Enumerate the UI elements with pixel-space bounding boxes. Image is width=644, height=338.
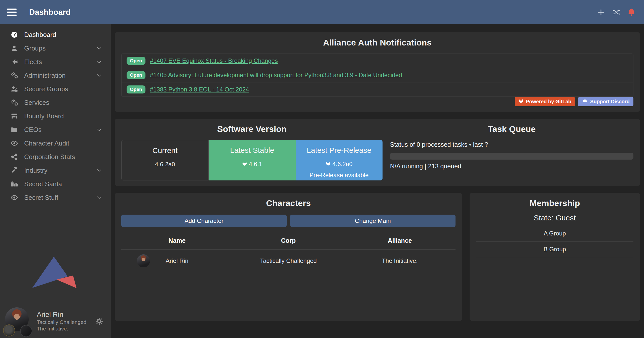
sidebar-item-industry[interactable]: Industry xyxy=(0,164,111,177)
sidebar-item-secret-santa[interactable]: Secret Santa xyxy=(0,177,111,191)
chevron-down-icon xyxy=(96,127,102,133)
list-item: A Group xyxy=(476,226,633,242)
version-number: 4.6.1 xyxy=(249,161,262,168)
character-name: Ariel Rin xyxy=(166,257,188,264)
user-avatar xyxy=(4,306,32,336)
task-queue-status-line: Status of 0 processed tasks • last ? xyxy=(390,141,633,148)
sidebar-item-secret-stuff[interactable]: Secret Stuff xyxy=(0,191,111,204)
sidebar-user-panel: Ariel Rin Tactically Challenged The Init… xyxy=(0,304,111,338)
characters-table: Name Corp Alliance Ariel Rin Tactically … xyxy=(121,232,456,272)
gitlab-icon xyxy=(518,99,523,105)
sidebar-item-label: Bounty Board xyxy=(24,112,64,120)
membership-panel: Membership State: Guest A Group B Group xyxy=(470,193,640,321)
sidebar-item-label: Character Audit xyxy=(24,139,69,147)
chevron-down-icon xyxy=(96,45,102,51)
notifications-list: Open #1407 EVE Equinox Status - Breaking… xyxy=(121,54,633,97)
notification-item: Open #1383 Python 3.8 EOL - 14 Oct 2024 xyxy=(122,82,633,96)
sidebar-item-secure-groups[interactable]: Secure Groups xyxy=(0,82,111,96)
sidebar-item-character-audit[interactable]: Character Audit xyxy=(0,136,111,150)
notification-item: Open #1405 Advisory: Future development … xyxy=(122,68,633,82)
task-queue-title: Task Queue xyxy=(390,124,633,134)
character-alliance: The Initiative. xyxy=(344,250,456,272)
column-header-alliance: Alliance xyxy=(344,232,456,250)
bottom-row: Characters Add Character Change Main Nam… xyxy=(115,193,640,321)
sidebar-item-ceos[interactable]: CEOs xyxy=(0,123,111,136)
sidebar-item-bounty-board[interactable]: Bounty Board xyxy=(0,109,111,123)
folder-icon xyxy=(9,126,20,133)
software-version-title: Software Version xyxy=(121,124,383,134)
sidebar-item-groups[interactable]: Groups xyxy=(0,41,111,55)
store-icon xyxy=(9,112,20,120)
sidebar-item-corporation-stats[interactable]: Corporation Stats xyxy=(0,150,111,164)
chevron-down-icon xyxy=(96,195,102,201)
user-settings-gear-icon[interactable] xyxy=(95,317,103,325)
eye-icon xyxy=(9,194,20,201)
gifts-icon xyxy=(9,180,20,188)
characters-panel: Characters Add Character Change Main Nam… xyxy=(115,193,462,321)
notification-link[interactable]: #1383 Python 3.8 EOL - 14 Oct 2024 xyxy=(150,86,249,93)
corp-logo xyxy=(3,324,15,336)
user-icon xyxy=(9,45,20,52)
support-discord-badge[interactable]: Support Discord xyxy=(578,97,633,106)
version-number: 4.6.2a0 xyxy=(332,161,353,168)
software-taskqueue-panel: Software Version Current 4.6.2a0 Latest … xyxy=(115,119,640,186)
column-header-name: Name xyxy=(121,232,233,250)
characters-buttons: Add Character Change Main xyxy=(121,215,456,227)
sidebar-item-label: CEOs xyxy=(24,126,42,134)
sidebar-item-services[interactable]: Services xyxy=(0,96,111,109)
notifications-panel: Alliance Auth Notifications Open #1407 E… xyxy=(115,32,640,112)
notification-link[interactable]: #1407 EVE Equinox Status - Breaking Chan… xyxy=(150,57,278,64)
chevron-down-icon xyxy=(96,72,102,78)
notifications-bell-icon[interactable] xyxy=(627,8,635,17)
shuffle-icon[interactable] xyxy=(612,8,621,16)
sidebar-item-label: Secret Stuff xyxy=(24,194,58,202)
version-cell-title: Latest Stable xyxy=(209,146,295,155)
sidebar-item-label: Administration xyxy=(24,72,66,79)
version-cell-value: 4.6.2a0 xyxy=(122,161,208,168)
sidebar-item-label: Industry xyxy=(24,167,48,174)
user-name: Ariel Rin xyxy=(37,310,86,319)
sidebar: Dashboard Groups Fleets Administra xyxy=(0,24,111,338)
gitlab-icon xyxy=(326,161,331,168)
list-item: B Group xyxy=(476,242,633,257)
gitlab-icon xyxy=(242,161,247,168)
sidebar-item-fleets[interactable]: Fleets xyxy=(0,55,111,69)
sidebar-item-label: Groups xyxy=(24,44,46,52)
change-main-button[interactable]: Change Main xyxy=(290,215,456,227)
prerelease-note: Pre-Release available xyxy=(296,172,383,179)
share-nodes-icon xyxy=(9,153,20,160)
task-queue-queue-line: N/A running | 213 queued xyxy=(390,163,633,170)
alliance-logo xyxy=(20,325,32,337)
characters-table-header: Name Corp Alliance xyxy=(121,232,456,250)
powered-by-gitlab-badge[interactable]: Powered by GitLab xyxy=(515,97,575,106)
software-version-section: Software Version Current 4.6.2a0 Latest … xyxy=(121,124,383,180)
version-stable-cell: Latest Stable 4.6.1 xyxy=(209,140,295,180)
status-badge: Open xyxy=(127,85,145,93)
eye-icon xyxy=(9,139,20,147)
sidebar-item-administration[interactable]: Administration xyxy=(0,69,111,82)
badge-label: Support Discord xyxy=(590,99,630,105)
discord-icon xyxy=(582,99,588,105)
main-content: Alliance Auth Notifications Open #1407 E… xyxy=(111,24,644,338)
sidebar-item-label: Corporation Stats xyxy=(24,153,75,161)
chevron-down-icon xyxy=(96,59,102,65)
page-title: Dashboard xyxy=(29,8,71,17)
status-badge: Open xyxy=(127,71,145,79)
add-character-button[interactable]: Add Character xyxy=(121,215,287,227)
version-current-cell: Current 4.6.2a0 xyxy=(121,140,209,180)
character-row-portrait xyxy=(137,254,150,267)
jet-icon xyxy=(9,58,20,66)
membership-state: State: Guest xyxy=(476,214,633,222)
top-navbar: Dashboard xyxy=(0,0,644,24)
footer-badges: Powered by GitLab Support Discord xyxy=(121,97,633,106)
status-badge: Open xyxy=(127,57,145,65)
version-cell-title: Current xyxy=(122,146,208,155)
sidebar-item-dashboard[interactable]: Dashboard xyxy=(0,28,111,41)
notification-link[interactable]: #1405 Advisory: Future development will … xyxy=(150,72,402,79)
alliance-auth-logo xyxy=(28,256,83,290)
menu-toggle-button[interactable] xyxy=(7,5,25,20)
version-cells: Current 4.6.2a0 Latest Stable 4.6.1 Late… xyxy=(121,140,383,180)
characters-title: Characters xyxy=(121,198,456,208)
add-icon[interactable] xyxy=(597,8,605,17)
version-cell-value: 4.6.2a0 xyxy=(296,161,383,168)
